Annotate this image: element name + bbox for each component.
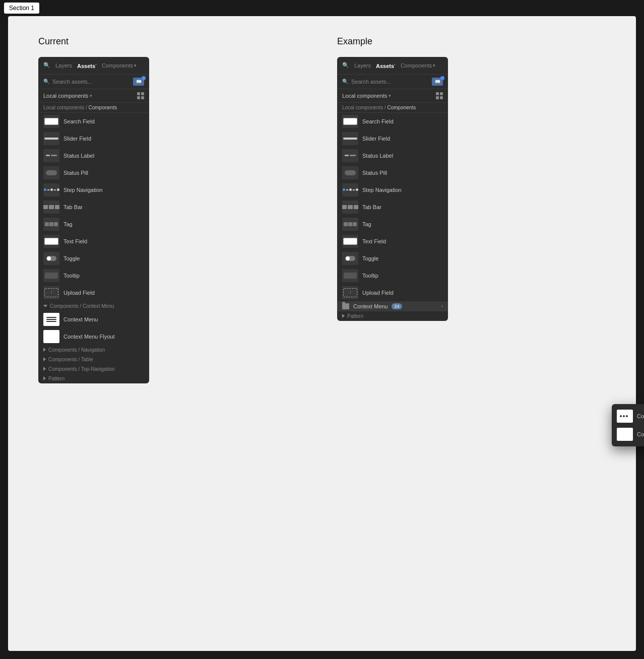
current-triangle-navigation bbox=[43, 348, 46, 352]
example-local-components[interactable]: Local components ▾ bbox=[337, 89, 448, 103]
example-title: Example bbox=[337, 36, 606, 47]
example-tab-assets[interactable]: Assets bbox=[376, 61, 396, 70]
example-item-status-pill[interactable]: Status Pill bbox=[337, 164, 448, 181]
example-search-icon2: 🔍 bbox=[342, 79, 348, 84]
current-tab-assets[interactable]: Assets bbox=[77, 61, 97, 70]
example-item-toggle[interactable]: Toggle bbox=[337, 250, 448, 267]
example-search-input[interactable]: Search assets... bbox=[351, 79, 429, 85]
columns-container: Current 🔍 Layers Assets Components ▾ 🔍 S… bbox=[38, 36, 606, 383]
example-search-icon[interactable]: 🔍 bbox=[342, 62, 349, 69]
current-grid-icon[interactable] bbox=[137, 92, 144, 99]
example-cm-chevron: › bbox=[441, 303, 443, 309]
example-tab-components[interactable]: Components ▾ bbox=[401, 61, 435, 70]
current-group-table[interactable]: Components / Table bbox=[38, 355, 149, 364]
example-thumb-slider bbox=[342, 132, 358, 145]
example-thumb-tag bbox=[342, 218, 358, 231]
current-group-navigation[interactable]: Components / Navigation bbox=[38, 345, 149, 355]
current-thumb-context-menu bbox=[43, 313, 59, 326]
example-item-tag[interactable]: Tag bbox=[337, 216, 448, 233]
example-item-slider-field[interactable]: Slider Field bbox=[337, 130, 448, 147]
example-book-badge bbox=[440, 76, 444, 80]
current-search-row: 🔍 Search assets... 📖 bbox=[38, 75, 149, 89]
current-group-pattern[interactable]: Pattern bbox=[38, 374, 149, 383]
current-item-status-label[interactable]: Status Label bbox=[38, 147, 149, 164]
current-thumb-tooltip bbox=[43, 269, 59, 282]
example-item-upload-field[interactable]: ↑ Upload Field bbox=[337, 284, 448, 301]
example-item-search-field[interactable]: Search Field bbox=[337, 113, 448, 130]
example-local-label: Local components ▾ bbox=[342, 93, 391, 99]
current-thumb-context-menu-flyout bbox=[43, 330, 59, 343]
current-tab-layers[interactable]: Layers bbox=[55, 61, 72, 70]
current-local-components[interactable]: Local components ▾ bbox=[38, 89, 149, 103]
example-component-list: Search Field Slider Field bbox=[337, 113, 448, 321]
current-item-tab-bar[interactable]: Tab Bar bbox=[38, 199, 149, 216]
current-column: Current 🔍 Layers Assets Components ▾ 🔍 S… bbox=[38, 36, 307, 383]
example-cm-row-left: Context Menu 24 bbox=[342, 303, 402, 309]
current-tab-components[interactable]: Components ▾ bbox=[102, 61, 137, 70]
example-grid-icon[interactable] bbox=[436, 92, 443, 99]
current-item-status-pill[interactable]: Status Pill bbox=[38, 164, 149, 181]
example-context-menu-row[interactable]: Context Menu 24 › bbox=[337, 301, 448, 311]
current-search-icon2: 🔍 bbox=[43, 79, 49, 84]
current-search-input[interactable]: Search assets... bbox=[52, 79, 130, 85]
current-thumb-status-pill bbox=[43, 166, 59, 179]
example-item-tooltip[interactable]: Tooltip bbox=[337, 267, 448, 284]
current-thumb-tag bbox=[43, 218, 59, 231]
current-triangle-pattern bbox=[43, 376, 46, 380]
current-item-context-menu[interactable]: Context Menu bbox=[38, 311, 149, 328]
main-canvas: Current 🔍 Layers Assets Components ▾ 🔍 S… bbox=[8, 16, 636, 651]
current-book-icon[interactable]: 📖 bbox=[133, 78, 144, 86]
section-tab[interactable]: Section 1 bbox=[4, 3, 39, 14]
example-thumb-step-nav bbox=[342, 183, 358, 196]
current-thumb-step-nav bbox=[43, 183, 59, 196]
example-thumb-status-pill bbox=[342, 166, 358, 179]
current-thumb-toggle bbox=[43, 252, 59, 265]
example-thumb-upload: ↑ bbox=[342, 286, 358, 299]
example-panel-header: 🔍 Layers Assets Components ▾ bbox=[337, 57, 448, 75]
current-triangle-top-nav bbox=[43, 367, 46, 371]
example-thumb-tooltip bbox=[342, 269, 358, 282]
current-thumb-slider bbox=[43, 132, 59, 145]
example-local-chevron: ▾ bbox=[389, 93, 391, 98]
current-thumb-tab-bar bbox=[43, 201, 59, 214]
current-title: Current bbox=[38, 36, 307, 47]
current-search-icon[interactable]: 🔍 bbox=[43, 62, 50, 69]
example-item-step-navigation[interactable]: Step Navigation bbox=[337, 181, 448, 199]
example-book-icon[interactable]: 📖 bbox=[432, 78, 443, 86]
current-triangle-down bbox=[43, 305, 47, 307]
current-thumb-upload: ↑ bbox=[43, 286, 59, 299]
example-thumb-tab-bar bbox=[342, 201, 358, 214]
current-panel-header: 🔍 Layers Assets Components ▾ bbox=[38, 57, 149, 75]
example-flyout-thumb-cm bbox=[617, 410, 633, 423]
current-group-top-nav[interactable]: Components / Top-Navigation bbox=[38, 364, 149, 374]
current-local-chevron: ▾ bbox=[90, 93, 92, 98]
current-panel: 🔍 Layers Assets Components ▾ 🔍 Search as… bbox=[38, 57, 149, 383]
example-tab-layers[interactable]: Layers bbox=[354, 61, 371, 70]
current-item-context-menu-flyout[interactable]: Context Menu Flyout bbox=[38, 328, 149, 345]
current-book-badge bbox=[142, 76, 146, 80]
current-item-slider-field[interactable]: Slider Field bbox=[38, 130, 149, 147]
example-group-pattern[interactable]: Pattern bbox=[337, 311, 448, 321]
example-flyout-item-context-menu-flyout[interactable]: Context Menu Flyout bbox=[612, 425, 644, 443]
current-thumb-text-field bbox=[43, 235, 59, 248]
example-search-row: 🔍 Search assets... 📖 bbox=[337, 75, 448, 89]
example-thumb-text-field bbox=[342, 235, 358, 248]
current-item-search-field[interactable]: Search Field bbox=[38, 113, 149, 130]
current-group-context-menu[interactable]: Components / Context Menu bbox=[38, 301, 149, 311]
example-cm-badge: 24 bbox=[392, 303, 402, 309]
current-item-toggle[interactable]: Toggle bbox=[38, 250, 149, 267]
current-item-step-navigation[interactable]: Step Navigation bbox=[38, 181, 149, 199]
current-thumb-status-label bbox=[43, 149, 59, 162]
current-item-text-field[interactable]: Text Field bbox=[38, 233, 149, 250]
current-item-tooltip[interactable]: Tooltip bbox=[38, 267, 149, 284]
current-item-upload-field[interactable]: ↑ Upload Field bbox=[38, 284, 149, 301]
example-thumb-search bbox=[342, 115, 358, 128]
example-flyout-item-context-menu[interactable]: Context Menu bbox=[612, 407, 644, 425]
current-item-tag[interactable]: Tag bbox=[38, 216, 149, 233]
example-item-status-label[interactable]: Status Label bbox=[337, 147, 448, 164]
example-item-text-field[interactable]: Text Field bbox=[337, 233, 448, 250]
example-item-tab-bar[interactable]: Tab Bar bbox=[337, 199, 448, 216]
example-folder-icon bbox=[342, 303, 349, 309]
example-flyout-popup: Context Menu Context Menu Flyout bbox=[612, 404, 644, 446]
example-flyout-thumb-cmf bbox=[617, 428, 633, 441]
